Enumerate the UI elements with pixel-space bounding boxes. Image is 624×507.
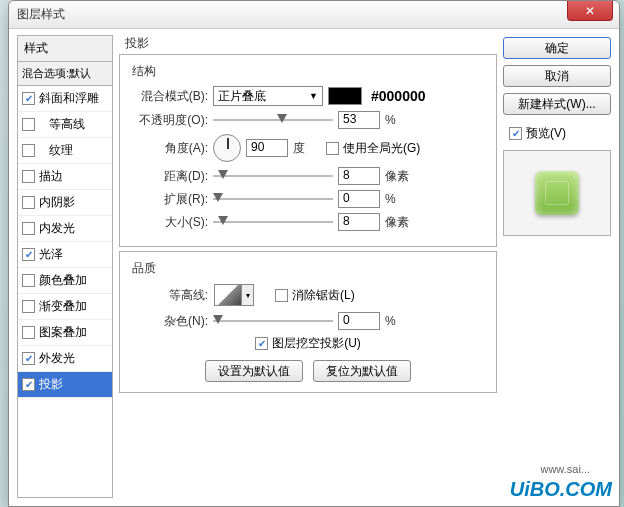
size-label: 大小(S): (128, 214, 208, 231)
style-item-label: 光泽 (39, 246, 63, 263)
size-slider[interactable] (213, 215, 333, 229)
quality-title: 品质 (132, 260, 488, 277)
reset-default-button[interactable]: 复位为默认值 (313, 360, 411, 382)
chevron-down-icon: ▾ (242, 284, 254, 306)
panel-title: 投影 (119, 35, 497, 54)
style-item-label: 描边 (39, 168, 63, 185)
checkbox-icon (255, 337, 268, 350)
style-item-0[interactable]: 斜面和浮雕 (18, 86, 112, 112)
style-item-2[interactable]: 纹理 (18, 138, 112, 164)
set-default-button[interactable]: 设置为默认值 (205, 360, 303, 382)
antialias-checkbox[interactable]: 消除锯齿(L) (275, 287, 355, 304)
angle-row: 角度(A): 90 度 使用全局光(G) (128, 134, 488, 162)
style-item-4[interactable]: 内阴影 (18, 190, 112, 216)
watermark-sub: www.sai... (540, 463, 590, 475)
color-swatch[interactable] (328, 87, 362, 105)
preview-checkbox[interactable]: 预览(V) (509, 125, 611, 142)
style-item-8[interactable]: 渐变叠加 (18, 294, 112, 320)
opacity-input[interactable]: 53 (338, 111, 380, 129)
quality-panel: 品质 等高线: ▾ 消除锯齿(L) 杂色(N): (119, 251, 497, 393)
checkbox-icon (22, 378, 35, 391)
contour-row: 等高线: ▾ 消除锯齿(L) (128, 283, 488, 307)
close-button[interactable]: ✕ (567, 1, 613, 21)
style-item-7[interactable]: 颜色叠加 (18, 268, 112, 294)
contour-swatch-icon (214, 284, 242, 306)
default-buttons-row: 设置为默认值 复位为默认值 (128, 360, 488, 382)
style-item-label: 斜面和浮雕 (39, 90, 99, 107)
style-item-label: 投影 (39, 376, 63, 393)
preview-box (503, 150, 611, 236)
blend-mode-combo[interactable]: 正片叠底 ▼ (213, 86, 323, 106)
checkbox-icon (22, 144, 35, 157)
checkbox-icon (22, 118, 35, 131)
window-title: 图层样式 (17, 6, 65, 23)
contour-label: 等高线: (128, 287, 208, 304)
watermark-brand: UiBO.COM (510, 478, 612, 501)
spread-row: 扩展(R): 0 % (128, 190, 488, 208)
checkbox-icon (22, 92, 35, 105)
noise-slider[interactable] (213, 314, 333, 328)
blend-options-header[interactable]: 混合选项:默认 (17, 62, 113, 86)
antialias-label: 消除锯齿(L) (292, 287, 355, 304)
preview-label: 预览(V) (526, 125, 566, 142)
style-item-10[interactable]: 外发光 (18, 346, 112, 372)
spread-input[interactable]: 0 (338, 190, 380, 208)
angle-input[interactable]: 90 (246, 139, 288, 157)
style-item-6[interactable]: 光泽 (18, 242, 112, 268)
size-unit: 像素 (385, 214, 413, 231)
cancel-button[interactable]: 取消 (503, 65, 611, 87)
global-light-checkbox[interactable]: 使用全局光(G) (326, 140, 420, 157)
style-item-1[interactable]: 等高线 (18, 112, 112, 138)
ok-button[interactable]: 确定 (503, 37, 611, 59)
style-item-3[interactable]: 描边 (18, 164, 112, 190)
blend-mode-label: 混合模式(B): (128, 88, 208, 105)
opacity-label: 不透明度(O): (128, 112, 208, 129)
distance-input[interactable]: 8 (338, 167, 380, 185)
style-item-label: 内发光 (39, 220, 75, 237)
color-hex: #000000 (371, 88, 426, 104)
dialog-window: 图层样式 ✕ 样式 混合选项:默认 斜面和浮雕 等高线 纹理描边内阴影内发光光泽… (8, 0, 620, 507)
size-input[interactable]: 8 (338, 213, 380, 231)
checkbox-icon (509, 127, 522, 140)
noise-row: 杂色(N): 0 % (128, 312, 488, 330)
angle-dial[interactable] (213, 134, 241, 162)
styles-header: 样式 (17, 35, 113, 62)
style-item-11[interactable]: 投影 (18, 372, 112, 398)
knockout-row: 图层挖空投影(U) (128, 335, 488, 352)
style-item-label: 渐变叠加 (39, 298, 87, 315)
style-item-label: 外发光 (39, 350, 75, 367)
checkbox-icon (22, 222, 35, 235)
titlebar: 图层样式 ✕ (9, 1, 619, 29)
knockout-checkbox[interactable]: 图层挖空投影(U) (255, 335, 361, 352)
global-light-label: 使用全局光(G) (343, 140, 420, 157)
angle-label: 角度(A): (128, 140, 208, 157)
style-item-label: 图案叠加 (39, 324, 87, 341)
contour-picker[interactable]: ▾ (213, 283, 255, 307)
structure-title: 结构 (132, 63, 488, 80)
blend-mode-value: 正片叠底 (218, 88, 266, 105)
new-style-button[interactable]: 新建样式(W)... (503, 93, 611, 115)
size-row: 大小(S): 8 像素 (128, 213, 488, 231)
opacity-unit: % (385, 113, 413, 127)
checkbox-icon (22, 170, 35, 183)
spread-slider[interactable] (213, 192, 333, 206)
checkbox-icon (22, 196, 35, 209)
style-item-5[interactable]: 内发光 (18, 216, 112, 242)
style-item-label: 颜色叠加 (39, 272, 87, 289)
noise-input[interactable]: 0 (338, 312, 380, 330)
angle-unit: 度 (293, 140, 321, 157)
spread-label: 扩展(R): (128, 191, 208, 208)
actions-column: 确定 取消 新建样式(W)... 预览(V) (503, 35, 611, 498)
spread-unit: % (385, 192, 413, 206)
close-icon: ✕ (585, 4, 595, 18)
opacity-slider[interactable] (213, 113, 333, 127)
style-item-label: 内阴影 (39, 194, 75, 211)
distance-unit: 像素 (385, 168, 413, 185)
distance-label: 距离(D): (128, 168, 208, 185)
checkbox-icon (275, 289, 288, 302)
style-item-label: 等高线 (39, 116, 85, 133)
style-item-9[interactable]: 图案叠加 (18, 320, 112, 346)
opacity-row: 不透明度(O): 53 % (128, 111, 488, 129)
dialog-body: 样式 混合选项:默认 斜面和浮雕 等高线 纹理描边内阴影内发光光泽颜色叠加渐变叠… (9, 29, 619, 506)
distance-slider[interactable] (213, 169, 333, 183)
